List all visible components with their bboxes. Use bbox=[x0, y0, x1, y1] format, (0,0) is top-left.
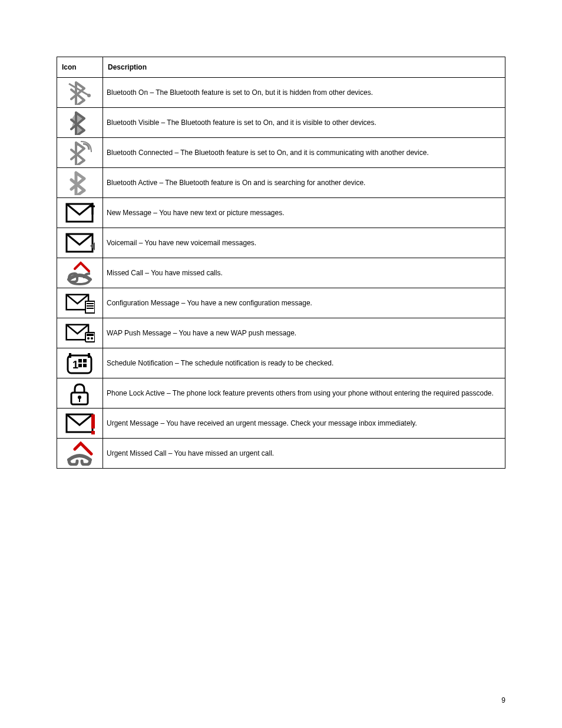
icon-cell bbox=[57, 378, 103, 409]
table-row: Voicemail – You have new voicemail messa… bbox=[57, 228, 505, 258]
icon-cell bbox=[57, 409, 103, 439]
description-cell: Missed Call – You have missed calls. bbox=[103, 258, 505, 288]
header-description: Description bbox=[103, 57, 505, 78]
config-message-icon bbox=[65, 291, 95, 315]
table-row: New Message – You have new text or pictu… bbox=[57, 198, 505, 228]
table-row: Phone Lock Active – The phone lock featu… bbox=[57, 378, 505, 409]
push-message-icon bbox=[65, 321, 95, 345]
description-cell: Urgent Message – You have received an ur… bbox=[103, 409, 505, 439]
icon-cell bbox=[57, 258, 103, 288]
bluetooth-visible-icon bbox=[65, 110, 95, 135]
table-row: Bluetooth On – The Bluetooth feature is … bbox=[57, 78, 505, 108]
description-cell: New Message – You have new text or pictu… bbox=[103, 198, 505, 228]
icon-cell bbox=[57, 78, 103, 108]
table-row: Bluetooth Active – The Bluetooth feature… bbox=[57, 168, 505, 198]
description-cell: Configuration Message – You have a new c… bbox=[103, 288, 505, 318]
header-icon: Icon bbox=[57, 57, 103, 78]
page-number: 9 bbox=[501, 696, 505, 704]
description-cell: Phone Lock Active – The phone lock featu… bbox=[103, 378, 505, 409]
table-row: Bluetooth Connected – The Bluetooth feat… bbox=[57, 138, 505, 168]
icon-cell bbox=[57, 198, 103, 228]
table-header-row: Icon Description bbox=[57, 57, 505, 78]
description-cell: Bluetooth Active – The Bluetooth feature… bbox=[103, 168, 505, 198]
table-row: WAP Push Message – You have a new WAP pu… bbox=[57, 318, 505, 348]
icon-description-table: Icon Description Bluetooth On – The Blue… bbox=[57, 57, 505, 469]
table-row: Schedule Notification – The schedule not… bbox=[57, 348, 505, 378]
description-cell: Bluetooth On – The Bluetooth feature is … bbox=[103, 78, 505, 108]
icon-cell bbox=[57, 108, 103, 138]
table-row: Bluetooth Visible – The Bluetooth featur… bbox=[57, 108, 505, 138]
bluetooth-searching-icon bbox=[65, 170, 95, 195]
urgent-message-icon bbox=[65, 411, 95, 436]
voicemail-icon bbox=[65, 230, 95, 255]
icon-cell bbox=[57, 138, 103, 168]
icon-cell bbox=[57, 439, 103, 469]
icon-cell bbox=[57, 228, 103, 258]
icon-cell bbox=[57, 318, 103, 348]
new-message-icon bbox=[65, 200, 95, 225]
icon-cell bbox=[57, 168, 103, 198]
description-cell: Bluetooth Connected – The Bluetooth feat… bbox=[103, 138, 505, 168]
description-cell: WAP Push Message – You have a new WAP pu… bbox=[103, 318, 505, 348]
bluetooth-connected-icon bbox=[65, 140, 95, 165]
icon-cell bbox=[57, 348, 103, 378]
table-row: Urgent Message – You have received an ur… bbox=[57, 409, 505, 439]
urgent-missed-call-icon bbox=[65, 441, 95, 466]
icon-cell bbox=[57, 288, 103, 318]
table-row: Urgent Missed Call – You have missed an … bbox=[57, 439, 505, 469]
missed-call-icon bbox=[65, 261, 95, 285]
schedule-icon bbox=[65, 351, 95, 375]
description-cell: Bluetooth Visible – The Bluetooth featur… bbox=[103, 108, 505, 138]
description-cell: Voicemail – You have new voicemail messa… bbox=[103, 228, 505, 258]
table-row: Configuration Message – You have a new c… bbox=[57, 288, 505, 318]
description-cell: Urgent Missed Call – You have missed an … bbox=[103, 439, 505, 469]
document-page: Icon Description Bluetooth On – The Blue… bbox=[0, 0, 562, 728]
description-cell: Schedule Notification – The schedule not… bbox=[103, 348, 505, 378]
phone-lock-icon bbox=[65, 381, 95, 406]
table-row: Missed Call – You have missed calls. bbox=[57, 258, 505, 288]
bluetooth-hidden-icon bbox=[65, 80, 95, 105]
